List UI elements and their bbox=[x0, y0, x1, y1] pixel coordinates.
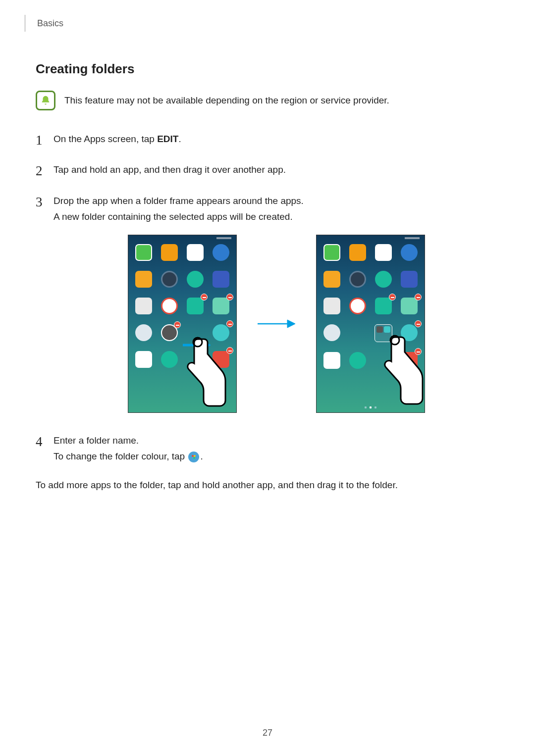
illustration bbox=[54, 235, 499, 413]
bell-icon bbox=[36, 91, 55, 110]
section-header: Basics bbox=[25, 15, 499, 32]
step-1: On the Apps screen, tap EDIT. bbox=[36, 131, 499, 147]
step-2: Tap and hold an app, and then drag it ov… bbox=[36, 162, 499, 178]
new-folder-icon bbox=[374, 324, 392, 342]
phone-after bbox=[316, 235, 425, 413]
page-title: Creating folders bbox=[36, 61, 499, 77]
page-number: 27 bbox=[0, 728, 535, 738]
section-label: Basics bbox=[37, 18, 63, 29]
footer-paragraph: To add more apps to the folder, tap and … bbox=[36, 480, 499, 491]
step-4: Enter a folder name. To change the folde… bbox=[36, 433, 499, 465]
svg-marker-1 bbox=[204, 341, 211, 349]
steps-list: On the Apps screen, tap EDIT. Tap and ho… bbox=[36, 131, 499, 465]
svg-marker-4 bbox=[287, 320, 295, 328]
notice-text: This feature may not be available depend… bbox=[64, 91, 389, 108]
step-3: Drop the app when a folder frame appears… bbox=[36, 193, 499, 413]
notice-callout: This feature may not be available depend… bbox=[36, 91, 499, 110]
arrow-right-icon bbox=[257, 318, 296, 329]
phone-before bbox=[128, 235, 237, 413]
palette-icon bbox=[188, 452, 199, 462]
